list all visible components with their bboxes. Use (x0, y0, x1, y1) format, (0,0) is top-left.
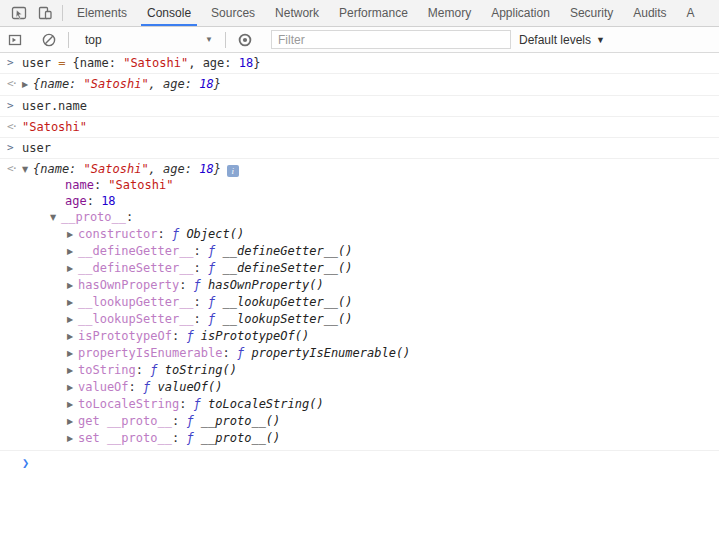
console-token: 18 (199, 77, 213, 91)
console-token: toString (78, 363, 136, 377)
console-token: toString() (165, 363, 237, 377)
console-token: ƒ (143, 380, 157, 394)
console-token: hasOwnProperty() (208, 278, 324, 292)
context-selector[interactable]: top ▼ (79, 33, 219, 47)
property-row: ▶set __proto__: ƒ __proto__() (22, 430, 711, 447)
result-chevron-icon: <· (7, 120, 16, 134)
console-token: isPrototypeOf() (201, 329, 309, 343)
console-token: ƒ (194, 278, 208, 292)
chevron-down-icon: ▼ (596, 35, 605, 45)
property-row: name: "Satoshi" (22, 177, 711, 193)
console-token: 18 (101, 194, 115, 208)
tab-console[interactable]: Console (137, 0, 201, 26)
tab-application[interactable]: Application (481, 0, 560, 26)
console-token: ƒ (208, 295, 222, 309)
disclosure-triangle-icon[interactable]: ▶ (67, 397, 76, 413)
expanded-object-header: ▼{name: "Satoshi", age: 18}i (22, 162, 711, 177)
console-token: __lookupGetter__ (78, 295, 194, 309)
console-token: } (214, 77, 221, 91)
filter-input[interactable] (271, 30, 511, 49)
console-token: ƒ (237, 346, 251, 360)
console-token: } (253, 56, 260, 70)
console-token: get __proto__ (78, 414, 172, 428)
tab-security[interactable]: Security (560, 0, 623, 26)
object-preview: "Satoshi" (22, 120, 87, 134)
disclosure-triangle-icon[interactable]: ▶ (22, 78, 31, 92)
property-row: ▶toString: ƒ toString() (22, 362, 711, 379)
disclosure-triangle-icon[interactable]: ▶ (67, 227, 76, 243)
disclosure-triangle-icon[interactable]: ▶ (67, 261, 76, 277)
console-token: propertyIsEnumerable (78, 346, 223, 360)
console-token: , age: (149, 77, 200, 91)
console-token: isPrototypeOf (78, 329, 172, 343)
disclosure-triangle-icon[interactable]: ▶ (67, 346, 76, 362)
console-token: __proto__() (201, 431, 280, 445)
tab-elements[interactable]: Elements (67, 0, 137, 26)
input-chevron-icon: > (7, 56, 14, 70)
console-result-entry: <·▶{name: "Satoshi", age: 18} (0, 74, 719, 96)
console-token: : (223, 346, 237, 360)
console-prompt[interactable]: ❯ (0, 451, 719, 475)
console-token: ƒ (208, 261, 222, 275)
live-expression-eye-icon[interactable] (232, 28, 258, 52)
property-row: age: 18 (22, 193, 711, 209)
disclosure-triangle-icon[interactable]: ▶ (67, 295, 76, 311)
inspect-icon[interactable] (6, 1, 32, 25)
property-row: ▶__lookupGetter__: ƒ __lookupGetter__() (22, 294, 711, 311)
log-levels-dropdown[interactable]: Default levels ▼ (519, 33, 605, 47)
disclosure-triangle-icon[interactable]: ▶ (67, 329, 76, 345)
console-token: : (172, 431, 186, 445)
tab-audits[interactable]: Audits (623, 0, 676, 26)
console-token: "Satoshi" (123, 56, 188, 70)
object-preview: {name: "Satoshi", age: 18} (33, 77, 221, 91)
property-row: ▶toLocaleString: ƒ toLocaleString() (22, 396, 711, 413)
console-token: user (22, 56, 58, 70)
tab-sources[interactable]: Sources (201, 0, 265, 26)
console-token: : (194, 244, 208, 258)
console-token: {name: (33, 162, 84, 176)
disclosure-triangle-icon[interactable]: ▶ (67, 431, 76, 447)
console-token: hasOwnProperty (78, 278, 179, 292)
console-token: ƒ (208, 244, 222, 258)
console-token: Object() (186, 227, 244, 241)
tab-memory[interactable]: Memory (418, 0, 481, 26)
console-token: user (22, 141, 51, 155)
disclosure-triangle-icon[interactable]: ▶ (67, 414, 76, 430)
console-token: {name: (33, 77, 84, 91)
tabbar-separator (62, 5, 63, 21)
input-chevron-icon: > (7, 141, 14, 155)
console-token: 18 (239, 56, 253, 70)
console-token: : (172, 414, 186, 428)
console-token: ƒ (172, 227, 186, 241)
disclosure-triangle-icon[interactable]: ▶ (67, 380, 76, 396)
console-input-entry: >user (0, 138, 719, 159)
log-levels-label: Default levels (519, 33, 591, 47)
console-token: , age: (188, 56, 239, 70)
console-token: ƒ (150, 363, 164, 377)
toolbar-separator (225, 32, 226, 48)
console-token: valueOf (78, 380, 129, 394)
disclosure-triangle-icon[interactable]: ▶ (67, 312, 76, 328)
tab-cutoff[interactable]: A (677, 0, 705, 26)
console-token: : (87, 194, 101, 208)
disclosure-triangle-icon[interactable]: ▶ (67, 244, 76, 260)
console-token: : (194, 312, 208, 326)
device-toolbar-icon[interactable] (32, 1, 58, 25)
prompt-chevron-icon: ❯ (22, 456, 29, 470)
tab-network[interactable]: Network (265, 0, 329, 26)
disclosure-triangle-icon[interactable]: ▼ (22, 163, 31, 177)
clear-console-icon[interactable] (36, 28, 62, 52)
console-token: __defineSetter__() (223, 261, 353, 275)
console-token: ƒ (186, 414, 200, 428)
console-token: propertyIsEnumerable() (251, 346, 410, 360)
disclosure-triangle-icon[interactable]: ▼ (50, 210, 59, 226)
tab-performance[interactable]: Performance (329, 0, 418, 26)
console-sidebar-icon[interactable] (2, 28, 28, 52)
disclosure-triangle-icon[interactable]: ▶ (67, 363, 76, 379)
property-row: ▶__defineGetter__: ƒ __defineGetter__() (22, 243, 711, 260)
console-token: 18 (199, 162, 213, 176)
property-row: ▶__defineSetter__: ƒ __defineSetter__() (22, 260, 711, 277)
property-row: ▶get __proto__: ƒ __proto__() (22, 413, 711, 430)
disclosure-triangle-icon[interactable]: ▶ (67, 278, 76, 294)
result-chevron-icon: <· (7, 77, 16, 91)
